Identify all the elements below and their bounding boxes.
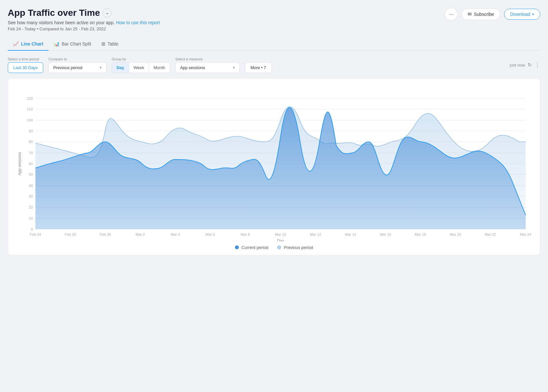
chart-container: App sessions 0 10 20 30 40 50 60 xyxy=(8,78,540,255)
legend-previous-dot xyxy=(277,245,281,249)
svg-text:0: 0 xyxy=(31,227,33,231)
svg-text:Feb 28: Feb 28 xyxy=(100,232,111,236)
svg-text:50: 50 xyxy=(29,172,33,176)
subtitle-link[interactable]: How to use this report xyxy=(116,20,160,25)
chevron-down-icon: ▾ xyxy=(532,12,534,16)
compare-chevron-icon: ▾ xyxy=(100,66,102,70)
svg-text:80: 80 xyxy=(29,140,33,144)
group-by-month[interactable]: Month xyxy=(149,63,170,73)
svg-text:Mar 4: Mar 4 xyxy=(171,232,180,236)
refresh-time: just now xyxy=(510,63,525,67)
title-text: App Traffic over Time xyxy=(8,8,100,18)
group-by-buttons: Day Week Month xyxy=(112,62,170,73)
svg-text:Day: Day xyxy=(277,239,284,241)
svg-text:60: 60 xyxy=(29,162,33,166)
legend-previous: Previous period xyxy=(277,245,313,250)
refresh-icon[interactable]: ↻ xyxy=(528,62,532,68)
chart-area: App sessions 0 10 20 30 40 50 60 xyxy=(16,86,532,241)
legend-current-dot xyxy=(235,245,239,249)
group-by-week[interactable]: Week xyxy=(129,63,149,73)
svg-text:120: 120 xyxy=(27,96,33,100)
legend-current-label: Current period xyxy=(241,245,268,250)
tab-bar-chart-split[interactable]: 📊 Bar Chart Split xyxy=(48,38,96,51)
svg-text:Mar 22: Mar 22 xyxy=(485,232,496,236)
tab-table-label: Table xyxy=(107,41,118,46)
measure-value: App sessions xyxy=(180,65,205,70)
header-row: App Traffic over Time ⌄ See how many vis… xyxy=(8,8,540,31)
svg-text:20: 20 xyxy=(29,205,33,209)
svg-text:Feb 26: Feb 26 xyxy=(65,232,76,236)
svg-text:Mar 6: Mar 6 xyxy=(206,232,215,236)
group-by-group: Group by Day Week Month xyxy=(112,57,170,73)
tab-line-chart[interactable]: 📈 Line Chart xyxy=(8,38,48,51)
compare-value: Previous period xyxy=(53,65,82,70)
svg-text:Mar 12: Mar 12 xyxy=(310,232,321,236)
svg-text:90: 90 xyxy=(29,129,33,133)
subtitle-text: See how many visitors have been active o… xyxy=(8,20,115,25)
subscribe-button[interactable]: ✉ Subscribe xyxy=(462,8,500,20)
legend-current: Current period xyxy=(235,245,268,250)
refresh-section: just now ↻ ⋮ xyxy=(510,61,540,68)
title-section: App Traffic over Time ⌄ See how many vis… xyxy=(8,8,160,31)
svg-text:110: 110 xyxy=(27,107,33,111)
more-group: More • 7 xyxy=(245,57,272,73)
chart-svg: App sessions 0 10 20 30 40 50 60 xyxy=(16,86,532,241)
tab-line-chart-label: Line Chart xyxy=(21,41,43,46)
measure-group: Select a measure App sessions ▾ xyxy=(175,57,240,73)
line-chart-icon: 📈 xyxy=(13,41,19,47)
group-by-label: Group by xyxy=(112,57,170,61)
svg-text:Mar 14: Mar 14 xyxy=(345,232,356,236)
time-period-label: Select a time period xyxy=(8,57,43,61)
compare-dropdown[interactable]: Previous period ▾ xyxy=(48,62,107,73)
download-button[interactable]: Download ▾ xyxy=(504,9,540,20)
svg-text:Mar 8: Mar 8 xyxy=(241,232,250,236)
subtitle: See how many visitors have been active o… xyxy=(8,20,160,25)
page-title: App Traffic over Time ⌄ xyxy=(8,8,160,18)
compare-label: Compare to xyxy=(48,57,107,61)
more-button[interactable]: More • 7 xyxy=(245,62,272,73)
group-by-day[interactable]: Day xyxy=(112,63,129,73)
compare-group: Compare to Previous period ▾ xyxy=(48,57,107,73)
tabs-section: 📈 Line Chart 📊 Bar Chart Split ⊞ Table xyxy=(8,38,540,51)
measure-label: Select a measure xyxy=(175,57,240,61)
title-chevron-icon[interactable]: ⌄ xyxy=(103,8,112,17)
tab-table[interactable]: ⊞ Table xyxy=(96,38,123,51)
date-range: Feb 24 - Today • Compared to Jan 25 - Fe… xyxy=(8,26,160,31)
header-actions: ··· ✉ Subscribe Download ▾ xyxy=(445,8,540,21)
measure-dropdown[interactable]: App sessions ▾ xyxy=(175,62,240,73)
page-container: App Traffic over Time ⌄ See how many vis… xyxy=(8,8,540,255)
time-period-group: Select a time period Last 30 Days xyxy=(8,57,43,73)
download-label: Download xyxy=(510,12,530,17)
mail-icon: ✉ xyxy=(468,11,472,17)
subscribe-label: Subscribe xyxy=(474,12,494,17)
svg-text:Feb 24: Feb 24 xyxy=(30,232,41,236)
svg-text:Mar 20: Mar 20 xyxy=(450,232,461,236)
svg-text:Mar 16: Mar 16 xyxy=(380,232,391,236)
time-period-button[interactable]: Last 30 Days xyxy=(8,62,43,73)
table-icon: ⊞ xyxy=(101,41,106,47)
bar-chart-icon: 📊 xyxy=(54,41,60,47)
svg-text:Mar 24: Mar 24 xyxy=(520,232,531,236)
tab-bar-chart-label: Bar Chart Split xyxy=(62,41,91,46)
svg-text:70: 70 xyxy=(29,151,33,155)
svg-text:30: 30 xyxy=(29,194,33,198)
options-dots-icon[interactable]: ⋮ xyxy=(534,61,540,68)
svg-text:Mar 10: Mar 10 xyxy=(275,232,286,236)
more-options-button[interactable]: ··· xyxy=(445,8,458,21)
svg-text:10: 10 xyxy=(29,216,33,220)
y-axis-label: App sessions xyxy=(17,152,22,175)
chart-legend: Current period Previous period xyxy=(16,245,532,250)
svg-text:40: 40 xyxy=(29,183,33,187)
measure-chevron-icon: ▾ xyxy=(233,66,235,70)
svg-text:100: 100 xyxy=(27,118,33,122)
legend-previous-label: Previous period xyxy=(284,245,313,250)
controls-row: Select a time period Last 30 Days Compar… xyxy=(8,57,540,73)
svg-text:Mar 18: Mar 18 xyxy=(415,232,426,236)
svg-text:Mar 2: Mar 2 xyxy=(136,232,145,236)
